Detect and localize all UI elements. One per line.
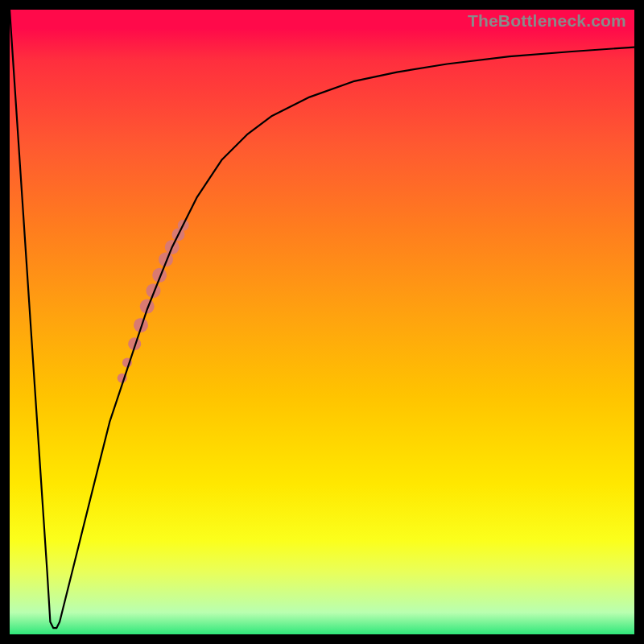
bottleneck-curve [10,10,634,628]
scatter-group [118,220,189,383]
chart-frame: TheBottleneck.com [0,0,644,644]
chart-svg [10,10,634,634]
plot-area: TheBottleneck.com [10,10,634,634]
